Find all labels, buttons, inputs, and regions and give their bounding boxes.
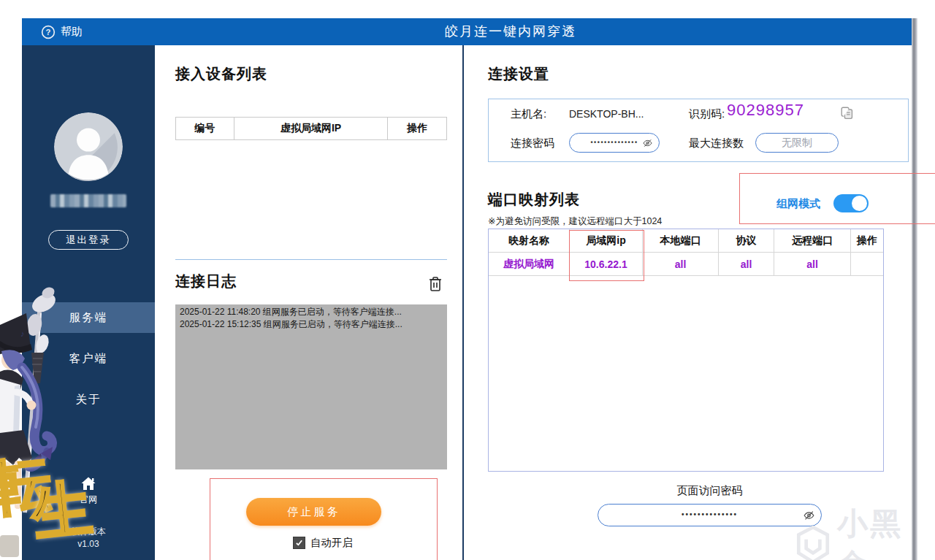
middle-panel: 接入设备列表 编号 虚拟局域网IP 操作 连接日志 2025-01-22 11:… [155, 45, 462, 560]
port-col-protocol: 协议 [719, 229, 774, 252]
network-mode-toggle[interactable] [833, 194, 869, 212]
stop-service-button[interactable]: 停止服务 [246, 498, 381, 526]
port-col-action: 操作 [851, 229, 883, 252]
version-info: 软件版本 v1.03 [22, 526, 155, 551]
device-col-number: 编号 [176, 118, 234, 139]
page-password-input[interactable]: •••••••••••••• [598, 504, 822, 526]
port-col-remote-port: 远程端口 [774, 229, 851, 252]
device-col-action: 操作 [388, 118, 446, 139]
eye-off-icon[interactable] [802, 509, 816, 521]
connection-log: 2025-01-22 11:48:20 组网服务已启动，等待客户端连接... 2… [175, 304, 447, 469]
port-table-header: 映射名称 局域网ip 本地端口 协议 远程端口 操作 [489, 229, 883, 253]
official-site-label: 官网 [22, 494, 155, 506]
avatar [54, 112, 123, 181]
toggle-knob [852, 196, 867, 211]
section-divider [175, 259, 447, 260]
port-mapping-table: 映射名称 局域网ip 本地端口 协议 远程端口 操作 虚拟局域网 10.6.22… [488, 229, 884, 472]
max-connections-input[interactable]: 无限制 [755, 133, 839, 153]
sidebar-item-client[interactable]: 客户端 [22, 343, 155, 374]
connection-settings-title: 连接设置 [488, 64, 549, 84]
home-icon [22, 475, 155, 492]
copy-icon [839, 111, 855, 123]
app-window: ? 帮助 皎月连一键内网穿透 退出登录 服务端 客户端 关于 [0, 0, 935, 560]
port-col-local-port: 本地端口 [643, 229, 719, 252]
log-title: 连接日志 [175, 272, 237, 291]
version-value: v1.03 [22, 538, 155, 551]
device-col-vlan-ip: 虚拟局域网IP [234, 118, 389, 139]
device-table-header: 编号 虚拟局域网IP 操作 [175, 117, 447, 140]
port-cell-local-port: all [643, 253, 719, 275]
devices-title: 接入设备列表 [175, 64, 267, 84]
hostname-value: DESKTOP-BH... [569, 108, 644, 120]
log-entry: 2025-01-22 11:48:20 组网服务已启动，等待客户端连接... [180, 306, 443, 318]
id-code-value: 90298957 [727, 101, 804, 120]
username-redacted [50, 194, 126, 207]
window-edge-shadow [912, 18, 917, 560]
max-connections-value: 无限制 [782, 137, 812, 150]
connect-password-input[interactable]: •••••••••••••• [569, 133, 660, 153]
title-bar: ? 帮助 皎月连一键内网穿透 [22, 18, 912, 45]
sidebar-menu: 服务端 客户端 关于 [22, 302, 155, 425]
copy-id-button[interactable] [839, 105, 855, 121]
page-password-masked: •••••••••••••• [682, 510, 738, 518]
port-col-lan-ip: 局域网ip [570, 229, 643, 252]
version-label: 软件版本 [22, 526, 155, 538]
autostart-label: 自动开启 [310, 536, 353, 550]
port-cell-name: 虚拟局域网 [489, 253, 570, 275]
port-col-name: 映射名称 [489, 229, 570, 252]
connect-password-masked: •••••••••••••• [590, 139, 638, 146]
trash-icon [427, 283, 444, 296]
sidebar-item-about[interactable]: 关于 [22, 384, 155, 415]
connect-password-label: 连接密码 [511, 137, 554, 150]
sidebar: 退出登录 服务端 客户端 关于 官网 软件版本 v1.03 [22, 45, 155, 560]
id-code-label: 识别码: [689, 107, 725, 121]
port-cell-protocol: all [719, 253, 774, 275]
official-site-link[interactable]: 官网 [22, 475, 155, 506]
app-title: 皎月连一键内网穿透 [22, 18, 912, 45]
log-entry: 2025-01-22 15:12:35 组网服务已启动，等待客户端连接... [180, 318, 443, 331]
logout-button[interactable]: 退出登录 [48, 230, 129, 250]
network-mode-label: 组网模式 [776, 197, 820, 211]
table-row: 虚拟局域网 10.6.22.1 all all all [489, 253, 883, 276]
port-cell-action [851, 253, 883, 275]
hostname-label: 主机名: [511, 107, 546, 121]
port-cell-remote-port: all [774, 253, 851, 275]
clear-log-button[interactable] [427, 275, 444, 294]
port-cell-lan-ip: 10.6.22.1 [570, 253, 643, 275]
eye-off-icon[interactable] [641, 137, 654, 148]
connection-settings-box: 主机名: DESKTOP-BH... 识别码: 90298957 连接密码 ••… [488, 99, 909, 162]
autostart-row[interactable]: 自动开启 [210, 536, 436, 550]
page-password-label: 页面访问密码 [598, 484, 822, 498]
autostart-checkbox[interactable] [293, 537, 305, 549]
port-mapping-note: ※为避免访问受限，建议远程端口大于1024 [488, 215, 662, 228]
max-connections-label: 最大连接数 [689, 137, 744, 150]
port-mapping-title: 端口映射列表 [488, 190, 580, 210]
right-panel: 连接设置 主机名: DESKTOP-BH... 识别码: 90298957 连接… [464, 45, 917, 560]
sidebar-item-server[interactable]: 服务端 [22, 302, 155, 333]
